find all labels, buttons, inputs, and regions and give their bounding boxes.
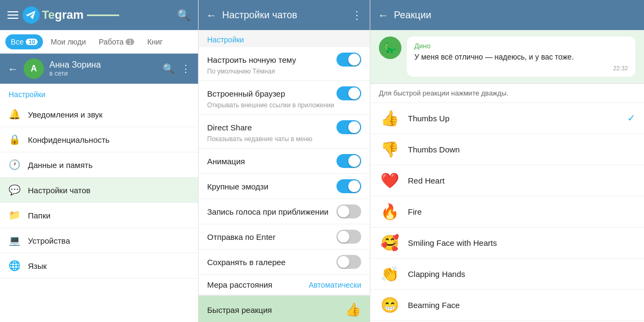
panel3-header: ← Реакции bbox=[370, 0, 644, 30]
settings-notifications[interactable]: 🔔 Уведомления и звук bbox=[0, 102, 198, 127]
reaction-fire[interactable]: 🔥 Fire bbox=[370, 196, 644, 228]
preview-time: 22:32 bbox=[414, 65, 628, 71]
fire-emoji: 🔥 bbox=[379, 203, 400, 221]
night-theme-toggle[interactable] bbox=[336, 53, 361, 67]
reaction-preview: 🦕 Дино У меня всё отлично — надеюсь, и у… bbox=[370, 30, 644, 84]
beaming-face-label: Beaming Face bbox=[408, 301, 635, 310]
night-theme-label: Настроить ночную тему bbox=[207, 55, 296, 64]
p2-distance[interactable]: Мера расстояния Автоматически bbox=[199, 275, 370, 295]
save-gallery-toggle[interactable] bbox=[336, 255, 361, 269]
clock-icon: 🕐 bbox=[9, 159, 20, 171]
reaction-red-heart[interactable]: ❤️ Red Heart bbox=[370, 165, 644, 196]
tab-all-badge: 10 bbox=[26, 39, 38, 45]
p2-quick-reaction[interactable]: Быстрая реакция 👍 bbox=[199, 295, 370, 322]
panel2-more-icon[interactable]: ⋮ bbox=[352, 9, 362, 21]
p2-save-gallery[interactable]: Сохранять в галерее bbox=[199, 250, 370, 275]
p2-browser[interactable]: Встроенный браузер Открывать внешние ссы… bbox=[199, 81, 370, 115]
send-enter-label: Отправка по Enter bbox=[207, 232, 275, 241]
chat-icon: 💬 bbox=[9, 184, 20, 196]
tab-work-badge: 1 bbox=[126, 39, 134, 45]
settings-menu: Настройки 🔔 Уведомления и звук 🔒 Конфиде… bbox=[0, 84, 198, 322]
folder-icon: 📁 bbox=[9, 209, 20, 221]
reaction-beaming-face[interactable]: 😁 Beaming Face bbox=[370, 290, 644, 321]
browser-label: Встроенный браузер bbox=[207, 89, 285, 98]
direct-share-sub: Показывать недавние чаты в меню bbox=[207, 135, 361, 143]
settings-language[interactable]: 🌐 Язык bbox=[0, 253, 198, 279]
beaming-face-emoji: 😁 bbox=[379, 296, 400, 314]
direct-share-label: Direct Share bbox=[207, 123, 252, 132]
panel-sidebar: Tegram 🔍 Все 10 Мои люди Работа 1 Книг ←… bbox=[0, 0, 199, 322]
direct-share-toggle[interactable] bbox=[336, 120, 361, 134]
smiling-hearts-label: Smiling Face with Hearts bbox=[408, 238, 635, 247]
large-emoji-toggle[interactable] bbox=[336, 179, 361, 193]
settings-folders[interactable]: 📁 Папки bbox=[0, 203, 198, 228]
reaction-smiling-hearts[interactable]: 🥰 Smiling Face with Hearts bbox=[370, 228, 644, 259]
reaction-thumbs-up[interactable]: 👍 Thumbs Up ✓ bbox=[370, 103, 644, 134]
voice-record-toggle[interactable] bbox=[336, 204, 361, 218]
p2-send-enter[interactable]: Отправка по Enter bbox=[199, 224, 370, 250]
hamburger-menu[interactable] bbox=[8, 11, 18, 19]
logo-text: Tegram bbox=[42, 8, 84, 22]
devices-icon: 💻 bbox=[9, 235, 20, 246]
settings-chat[interactable]: 💬 Настройки чатов bbox=[0, 178, 198, 203]
tab-all-label: Все bbox=[11, 38, 24, 46]
chat-settings-label: Настройки чатов bbox=[28, 186, 91, 195]
svg-point-0 bbox=[23, 6, 40, 24]
browser-toggle[interactable] bbox=[336, 86, 361, 100]
p2-large-emoji[interactable]: Крупные эмодзи bbox=[199, 174, 370, 199]
thumbs-up-check: ✓ bbox=[627, 112, 635, 124]
tab-books-label: Книг bbox=[147, 38, 163, 46]
header-search-icon[interactable]: 🔍 bbox=[177, 9, 191, 21]
settings-data[interactable]: 🕐 Данные и память bbox=[0, 152, 198, 178]
distance-value: Автоматически bbox=[309, 281, 361, 289]
privacy-label: Конфиденциальность bbox=[28, 135, 109, 144]
save-gallery-label: Сохранять в галерее bbox=[207, 258, 286, 267]
user-info: Анна Зорина в сети bbox=[49, 60, 157, 77]
notifications-label: Уведомления и звук bbox=[28, 110, 103, 119]
panel3-back-button[interactable]: ← bbox=[378, 9, 389, 21]
settings-devices[interactable]: 💻 Устройства bbox=[0, 228, 198, 253]
tab-work[interactable]: Работа 1 bbox=[93, 34, 140, 49]
thumbs-down-emoji: 👎 bbox=[379, 141, 400, 158]
reaction-bubble: Дино У меня всё отлично — надеюсь, и у в… bbox=[407, 36, 635, 77]
lock-icon: 🔒 bbox=[9, 134, 20, 145]
language-icon: 🌐 bbox=[9, 260, 20, 272]
p2-animation[interactable]: Анимация bbox=[199, 149, 370, 174]
back-button[interactable]: ← bbox=[8, 63, 18, 75]
devices-label: Устройства bbox=[28, 236, 70, 245]
p2-direct-share[interactable]: Direct Share Показывать недавние чаты в … bbox=[199, 115, 370, 149]
red-heart-emoji: ❤️ bbox=[379, 172, 400, 189]
user-name: Анна Зорина bbox=[49, 60, 157, 70]
p2-voice-record[interactable]: Запись голоса при приближении bbox=[199, 199, 370, 224]
chat-search-icon[interactable]: 🔍 bbox=[163, 63, 174, 75]
fire-label: Fire bbox=[408, 207, 635, 216]
settings-privacy[interactable]: 🔒 Конфиденциальность bbox=[0, 127, 198, 152]
clapping-emoji: 👏 bbox=[379, 265, 400, 283]
panel2-back-button[interactable]: ← bbox=[206, 9, 217, 21]
panel-reactions: ← Реакции 🦕 Дино У меня всё отлично — на… bbox=[370, 0, 644, 322]
reaction-clapping[interactable]: 👏 Clapping Hands bbox=[370, 259, 644, 290]
night-theme-sub: По умолчанию Тёмная bbox=[207, 68, 361, 75]
large-emoji-label: Крупные эмодзи bbox=[207, 182, 268, 191]
telegram-logo: Tegram bbox=[23, 6, 119, 24]
browser-sub: Открывать внешние ссылки в приложении bbox=[207, 101, 361, 109]
chat-more-icon[interactable]: ⋮ bbox=[181, 63, 191, 75]
reaction-thumbs-down[interactable]: 👎 Thumbs Down bbox=[370, 134, 644, 165]
language-label: Язык bbox=[28, 261, 47, 270]
tab-all[interactable]: Все 10 bbox=[5, 34, 43, 49]
send-enter-toggle[interactable] bbox=[336, 230, 361, 244]
user-avatar: А bbox=[24, 58, 44, 79]
animation-label: Анимация bbox=[207, 157, 245, 166]
preview-avatar: 🦕 bbox=[379, 36, 401, 59]
tab-my-people[interactable]: Мои люди bbox=[45, 34, 91, 49]
tab-books[interactable]: Книг bbox=[142, 34, 168, 49]
user-status: в сети bbox=[49, 70, 157, 77]
panel-chat-settings: ← Настройки чатов ⋮ Настройки Настроить … bbox=[199, 0, 370, 322]
animation-toggle[interactable] bbox=[336, 154, 361, 168]
panel3-title: Реакции bbox=[394, 10, 431, 21]
p2-night-theme[interactable]: Настроить ночную тему По умолчанию Тёмна… bbox=[199, 47, 370, 81]
quick-reaction-emoji: 👍 bbox=[345, 302, 361, 317]
tab-my-people-label: Мои люди bbox=[50, 38, 86, 46]
clapping-label: Clapping Hands bbox=[408, 269, 635, 279]
distance-label: Мера расстояния bbox=[207, 280, 273, 289]
